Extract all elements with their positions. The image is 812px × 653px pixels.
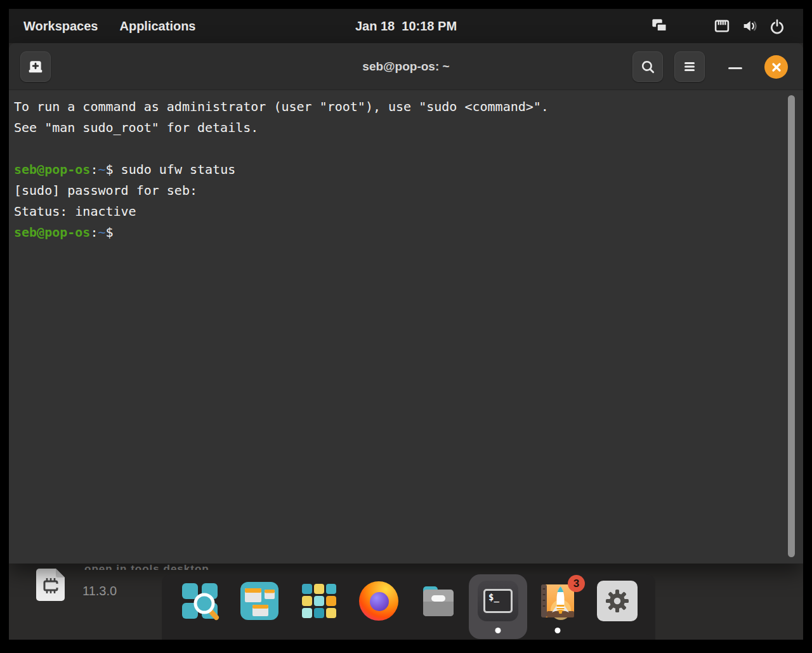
workspaces-icon [239,581,280,621]
overlapping-windows-icon[interactable] [650,18,669,34]
version-label: 11.3.0 [82,584,117,598]
terminal-text-segment: : [90,162,98,177]
dock-item-settings[interactable] [597,581,638,621]
terminal-line [14,138,803,159]
partially-visible-desktop-text: open in tools desktop [84,564,275,570]
terminal-text-segment: : [90,225,98,240]
dock-item-pop-shop[interactable]: 3 [537,581,578,621]
clock-menu[interactable]: Jan 18 10:18 PM [355,19,457,34]
running-indicator [495,628,501,633]
workspaces-menu[interactable]: Workspaces [23,19,98,34]
top-bar-menus: Workspaces Applications [9,19,196,34]
terminal-line: Status: inactive [14,201,803,222]
settings-icon [597,581,638,621]
close-button[interactable] [764,55,788,79]
terminal-text-segment: $ [106,225,121,240]
dock-item-applications[interactable] [299,581,339,621]
volume-icon[interactable] [741,18,759,34]
firmware-file-icon[interactable] [33,567,69,602]
terminal-line: To run a command as administrator (user … [14,96,803,117]
applications-grid-icon [299,581,339,621]
dock-item-workspaces[interactable] [239,581,280,621]
search-button[interactable] [632,51,663,82]
dock-item-launcher[interactable] [180,581,220,621]
terminal-text-segment: ~ [98,162,105,177]
firefox-icon [359,581,398,621]
terminal-line: [sudo] password for seb: [14,180,803,201]
applications-menu[interactable]: Applications [119,19,195,34]
terminal-text-segment: ~ [98,225,105,240]
terminal-text-segment: seb@pop-os [14,225,90,240]
close-icon [771,62,782,73]
search-icon [639,58,656,75]
dock-item-firefox[interactable] [358,581,399,621]
notification-badge: 3 [568,575,585,592]
hamburger-menu-icon [681,58,698,75]
desktop-screen: Workspaces Applications Jan 18 10:18 PM [9,9,803,640]
terminal-line: seb@pop-os:~$ [14,222,803,243]
terminal-app-icon: $_ [478,581,518,621]
terminal-line: seb@pop-os:~$ sudo ufw status [14,159,803,180]
terminal-text-segment: [sudo] password for seb: [14,183,205,198]
terminal-window: seb@pop-os: ~ [9,43,803,564]
dock-item-terminal[interactable]: $_ [478,581,518,621]
terminal-scrollbar[interactable] [788,95,795,557]
terminal-text-segment: See "man sudo_root" for details. [14,120,258,135]
system-tray[interactable] [650,9,785,43]
terminal-text-segment: Status: inactive [14,204,136,219]
power-icon[interactable] [769,18,785,34]
terminal-line: See "man sudo_root" for details. [14,117,803,138]
terminal-text-segment: To run a command as administrator (user … [14,99,549,114]
terminal-titlebar[interactable]: seb@pop-os: ~ [9,43,803,90]
network-port-icon[interactable] [713,18,731,34]
terminal-text-segment: $ [106,162,121,177]
running-indicator [555,628,561,633]
launcher-icon [180,581,220,621]
dock-item-files[interactable] [418,581,459,621]
terminal-icon-glyph: $_ [483,589,513,613]
terminal-output[interactable]: To run a command as administrator (user … [9,90,803,564]
top-bar: Workspaces Applications Jan 18 10:18 PM [9,9,803,43]
menu-button[interactable] [674,51,705,82]
files-folder-icon [418,581,459,621]
dock: $_ [162,574,655,640]
terminal-text-segment: sudo ufw status [121,162,236,177]
minimize-button[interactable] [724,57,746,79]
terminal-text-segment: seb@pop-os [14,162,90,177]
minimize-icon [728,67,742,69]
